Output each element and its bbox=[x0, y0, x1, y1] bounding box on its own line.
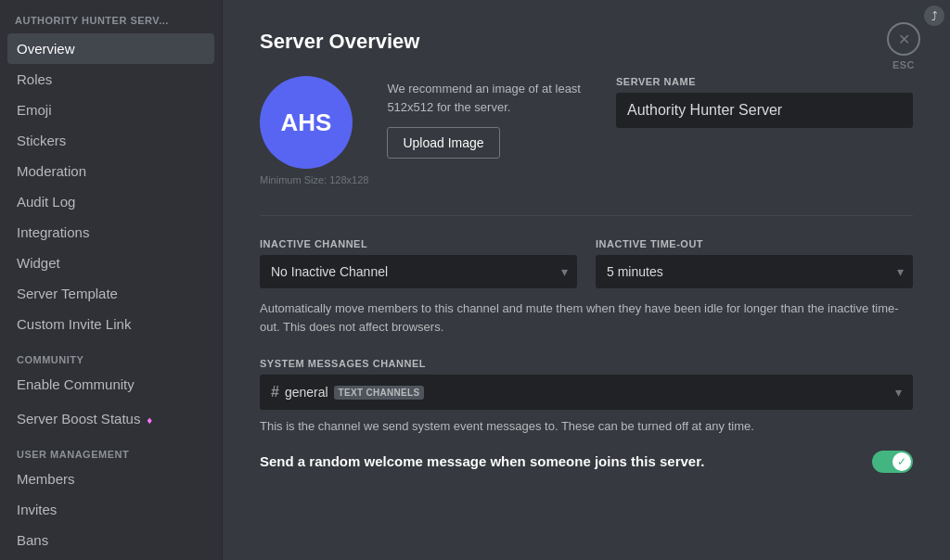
sidebar-item-label: Server Template bbox=[17, 286, 118, 301]
sidebar-item-stickers[interactable]: Stickers bbox=[7, 125, 214, 156]
server-name-section: SERVER NAME bbox=[616, 76, 913, 128]
inactive-channel-group: INACTIVE CHANNEL No Inactive Channel ▾ bbox=[260, 238, 577, 288]
toggle-checkmark-icon: ✓ bbox=[892, 452, 911, 471]
sidebar-item-server-template[interactable]: Server Template bbox=[7, 278, 214, 309]
sidebar-item-moderation[interactable]: Moderation bbox=[7, 156, 214, 186]
system-messages-label: SYSTEM MESSAGES CHANNEL bbox=[260, 358, 913, 369]
upload-badge-icon: ⤴ bbox=[922, 4, 946, 28]
inactive-channel-label: INACTIVE CHANNEL bbox=[260, 238, 577, 249]
sidebar-item-custom-invite-link[interactable]: Custom Invite Link bbox=[7, 309, 214, 339]
sidebar-item-label: Custom Invite Link bbox=[17, 316, 131, 332]
text-channels-badge: TEXT CHANNELS bbox=[334, 386, 425, 400]
system-channel-select[interactable]: # general TEXT CHANNELS ▾ bbox=[260, 375, 913, 410]
sidebar-item-label: Bans bbox=[17, 532, 48, 548]
welcome-toggle-label: Send a random welcome message when someo… bbox=[260, 453, 704, 469]
user-management-section-label: USER MANAGEMENT bbox=[7, 434, 214, 464]
sidebar-item-label: Integrations bbox=[17, 224, 89, 240]
system-channel-helper-text: This is the channel we send system event… bbox=[260, 417, 913, 436]
inactive-channel-select-wrapper: No Inactive Channel ▾ bbox=[260, 255, 577, 288]
sidebar-item-overview[interactable]: Overview bbox=[7, 33, 214, 64]
sidebar-item-widget[interactable]: Widget bbox=[7, 248, 214, 278]
sidebar-item-label: Members bbox=[17, 471, 75, 487]
icon-name-row: AHS ⤴ Minimum Size: 128x128 We recommend… bbox=[260, 76, 913, 193]
upload-info: We recommend an image of at least 512x51… bbox=[387, 76, 597, 159]
sidebar-item-invites[interactable]: Invites bbox=[7, 494, 214, 525]
min-size-label: Minimum Size: 128x128 bbox=[260, 174, 368, 185]
server-icon[interactable]: AHS bbox=[260, 76, 353, 169]
sidebar-item-label: Widget bbox=[17, 255, 60, 271]
sidebar-item-label: Overview bbox=[17, 41, 75, 57]
inactive-timeout-label: INACTIVE TIME-OUT bbox=[596, 238, 913, 249]
system-channel-name: general bbox=[285, 385, 328, 400]
sidebar-item-label: Moderation bbox=[17, 163, 86, 179]
community-section-label: COMMUNITY bbox=[7, 339, 214, 369]
inactive-channel-select[interactable]: No Inactive Channel bbox=[260, 255, 577, 288]
sidebar-item-label: Emoji bbox=[17, 102, 52, 118]
sidebar-item-enable-community[interactable]: Enable Community bbox=[7, 369, 214, 400]
sidebar: AUTHORITY HUNTER SERV... Overview Roles … bbox=[0, 0, 223, 560]
inactive-timeout-select-wrapper: 5 minutes ▾ bbox=[596, 255, 913, 288]
esc-button[interactable]: ✕ ESC bbox=[887, 22, 920, 70]
server-initials: AHS bbox=[281, 108, 332, 137]
chevron-down-icon: ▾ bbox=[895, 385, 902, 400]
divider-1 bbox=[260, 215, 913, 216]
sidebar-item-roles[interactable]: Roles bbox=[7, 64, 214, 95]
system-messages-section: SYSTEM MESSAGES CHANNEL # general TEXT C… bbox=[260, 358, 913, 436]
server-name-input[interactable] bbox=[616, 93, 913, 128]
server-icon-wrapper: AHS ⤴ Minimum Size: 128x128 bbox=[260, 76, 368, 185]
sidebar-item-label: Server Boost Status bbox=[17, 411, 140, 426]
sidebar-item-bans[interactable]: Bans bbox=[7, 525, 214, 555]
inactive-timeout-select[interactable]: 5 minutes bbox=[596, 255, 913, 288]
esc-label: ESC bbox=[892, 59, 915, 70]
page-title: Server Overview bbox=[260, 30, 913, 54]
upload-image-button[interactable]: Upload Image bbox=[387, 127, 499, 159]
boost-icon: ⬧ bbox=[146, 412, 153, 426]
welcome-toggle[interactable]: ✓ bbox=[872, 451, 913, 473]
main-content: ✕ ESC Server Overview AHS ⤴ Minimum Size… bbox=[223, 0, 950, 560]
sidebar-item-integrations[interactable]: Integrations bbox=[7, 217, 214, 248]
sidebar-item-label: Roles bbox=[17, 71, 52, 87]
server-name-label: SERVER NAME bbox=[616, 76, 913, 87]
icon-upload-area: AHS ⤴ Minimum Size: 128x128 We recommend… bbox=[260, 76, 597, 185]
welcome-toggle-row: Send a random welcome message when someo… bbox=[260, 451, 913, 473]
sidebar-item-label: Stickers bbox=[17, 133, 66, 148]
sidebar-item-label: Invites bbox=[17, 502, 57, 517]
upload-info-text: We recommend an image of at least 512x51… bbox=[387, 80, 597, 116]
sidebar-item-server-boost[interactable]: Server Boost Status ⬧ bbox=[7, 403, 214, 434]
inactive-helper-text: Automatically move members to this chann… bbox=[260, 299, 913, 336]
hash-icon: # bbox=[271, 384, 279, 401]
close-icon: ✕ bbox=[887, 22, 920, 56]
sidebar-item-label: Audit Log bbox=[17, 194, 75, 210]
system-channel-select-wrapper: # general TEXT CHANNELS ▾ bbox=[260, 375, 913, 410]
sidebar-item-emoji[interactable]: Emoji bbox=[7, 95, 214, 125]
sidebar-item-label: Enable Community bbox=[17, 376, 135, 392]
sidebar-item-audit-log[interactable]: Audit Log bbox=[7, 186, 214, 217]
sidebar-item-members[interactable]: Members bbox=[7, 464, 214, 494]
sidebar-server-name: AUTHORITY HUNTER SERV... bbox=[7, 15, 214, 33]
inactive-channel-row: INACTIVE CHANNEL No Inactive Channel ▾ I… bbox=[260, 238, 913, 288]
inactive-timeout-group: INACTIVE TIME-OUT 5 minutes ▾ bbox=[596, 238, 913, 288]
